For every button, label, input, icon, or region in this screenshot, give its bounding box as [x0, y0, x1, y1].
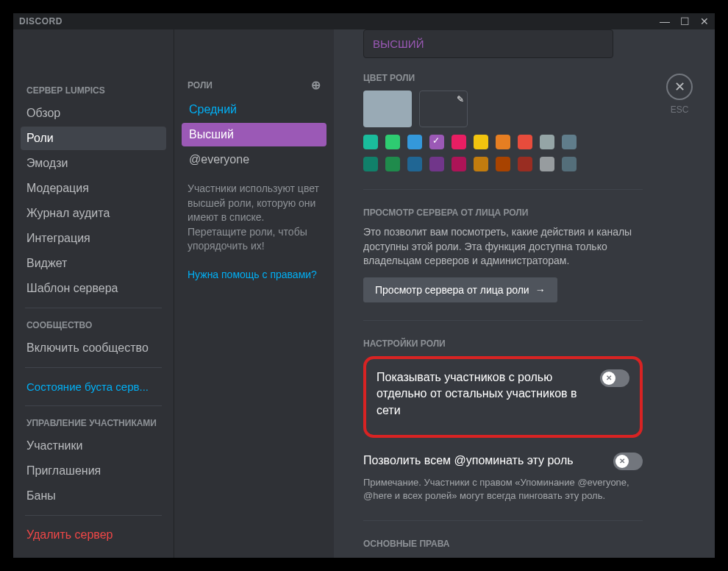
nav-emoji[interactable]: Эмодзи — [21, 152, 166, 175]
color-swatch[interactable] — [540, 135, 554, 149]
default-color-swatch[interactable] — [363, 91, 412, 127]
nav-members[interactable]: Участники — [21, 434, 166, 458]
roles-header-label: РОЛИ — [188, 80, 213, 91]
role-settings-header: НАСТРОЙКИ РОЛИ — [363, 338, 643, 349]
main-content: ✕ ESC ВЫСШИЙ ЦВЕТ РОЛИ ✎ — [334, 29, 715, 558]
roles-column: РОЛИ ⊕ Средний Высший @everyone Участник… — [174, 29, 334, 558]
color-swatch[interactable] — [385, 157, 400, 171]
color-swatch[interactable] — [363, 157, 378, 171]
server-header: СЕРВЕР LUMPICS — [21, 81, 166, 100]
color-swatches — [363, 135, 591, 171]
view-as-role-button[interactable]: Просмотр сервера от лица роли → — [363, 277, 557, 302]
divider — [363, 520, 643, 521]
role-item-medium[interactable]: Средний — [182, 98, 326, 121]
community-header: СООБЩЕСТВО — [21, 316, 166, 335]
custom-color-picker[interactable]: ✎ — [419, 91, 468, 127]
divider — [25, 367, 162, 368]
nav-overview[interactable]: Обзор — [21, 102, 166, 125]
nav-enable-community[interactable]: Включить сообщество — [21, 336, 166, 360]
roles-help-text: Участники используют цвет высшей роли, к… — [182, 173, 326, 263]
general-perms-header: ОСНОВНЫЕ ПРАВА — [363, 539, 643, 549]
role-item-highest[interactable]: Высший — [182, 123, 326, 146]
role-color-label: ЦВЕТ РОЛИ — [363, 73, 643, 83]
color-swatch[interactable] — [562, 157, 577, 171]
color-swatch[interactable] — [518, 157, 532, 171]
nav-boost-status[interactable]: Состояние буста серв... — [21, 375, 166, 398]
color-swatch[interactable] — [452, 157, 466, 171]
app-title: DISCORD — [19, 16, 63, 26]
role-name-dropdown[interactable]: ВЫСШИЙ — [363, 29, 613, 58]
color-swatch[interactable] — [407, 135, 422, 149]
preview-description: Это позволит вам посмотреть, какие дейст… — [363, 225, 643, 269]
color-swatch[interactable] — [496, 157, 510, 171]
members-header: УПРАВЛЕНИЕ УЧАСТНИКАМИ — [21, 414, 166, 433]
nav-audit-log[interactable]: Журнал аудита — [21, 202, 166, 225]
color-swatch[interactable] — [385, 135, 400, 149]
view-as-role-label: Просмотр сервера от лица роли — [375, 284, 529, 296]
maximize-icon[interactable]: ☐ — [680, 15, 690, 27]
nav-bans[interactable]: Баны — [21, 484, 166, 508]
minimize-icon[interactable]: — — [660, 15, 670, 27]
color-swatch[interactable] — [474, 135, 488, 149]
color-swatch[interactable] — [363, 135, 378, 149]
preview-header: ПРОСМОТР СЕРВЕРА ОТ ЛИЦА РОЛИ — [363, 208, 643, 218]
toggle-knob — [615, 455, 629, 468]
color-swatch[interactable] — [474, 157, 488, 171]
color-swatch[interactable] — [540, 157, 554, 171]
color-swatch[interactable] — [429, 157, 444, 171]
close-settings-button[interactable]: ✕ — [666, 74, 693, 100]
color-swatch[interactable] — [407, 157, 422, 171]
divider — [25, 308, 162, 308]
color-swatch[interactable] — [496, 135, 510, 149]
allow-mention-toggle[interactable] — [613, 453, 643, 470]
nav-integrations[interactable]: Интеграция — [21, 227, 166, 250]
nav-moderation[interactable]: Модерация — [21, 177, 166, 200]
allow-mention-note: Примечание. Участники с правом «Упоминан… — [363, 476, 643, 503]
color-swatch-selected[interactable] — [429, 135, 444, 149]
color-swatch[interactable] — [452, 135, 466, 149]
nav-delete-server[interactable]: Удалить сервер — [21, 523, 166, 547]
roles-help-link[interactable]: Нужна помощь с правами? — [182, 263, 326, 286]
arrow-right-icon: → — [535, 284, 546, 296]
window-controls: — ☐ ✕ — [660, 15, 709, 27]
close-settings: ✕ ESC — [666, 74, 693, 115]
display-separately-toggle[interactable] — [600, 369, 629, 387]
divider — [363, 189, 643, 190]
nav-widget[interactable]: Виджет — [21, 252, 166, 275]
allow-mention-label: Позволить всем @упоминать эту роль — [363, 453, 602, 469]
color-swatch[interactable] — [562, 135, 577, 149]
close-icon[interactable]: ✕ — [700, 15, 709, 27]
nav-template[interactable]: Шаблон сервера — [21, 277, 166, 300]
nav-invites[interactable]: Приглашения — [21, 459, 166, 483]
settings-sidebar: СЕРВЕР LUMPICS Обзор Роли Эмодзи Модерац… — [13, 29, 174, 558]
eyedropper-icon: ✎ — [457, 94, 464, 104]
toggle-knob — [602, 372, 615, 385]
role-item-everyone[interactable]: @everyone — [182, 148, 326, 171]
roles-header: РОЛИ ⊕ — [182, 74, 326, 96]
display-separately-label: Показывать участников с ролью отдельно о… — [377, 369, 588, 419]
nav-roles[interactable]: Роли — [21, 127, 166, 150]
divider — [363, 320, 643, 321]
color-swatch[interactable] — [518, 135, 532, 149]
divider — [25, 405, 162, 406]
divider — [25, 515, 162, 516]
add-role-icon[interactable]: ⊕ — [311, 78, 321, 92]
highlighted-setting: Показывать участников с ролью отдельно о… — [363, 356, 643, 438]
titlebar: DISCORD — ☐ ✕ — [13, 13, 715, 29]
esc-label: ESC — [666, 104, 693, 115]
